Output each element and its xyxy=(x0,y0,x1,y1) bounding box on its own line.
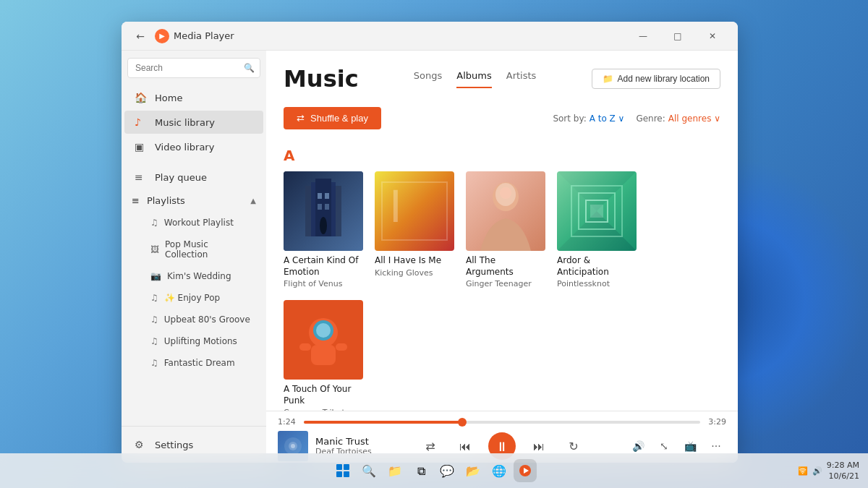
progress-track[interactable] xyxy=(304,421,700,424)
tab-artists[interactable]: Artists xyxy=(506,70,537,88)
svg-rect-47 xyxy=(336,464,342,470)
svg-rect-48 xyxy=(344,464,349,470)
enjoy-pop-icon: ♫ xyxy=(150,293,158,303)
uplifting-icon: ♫ xyxy=(150,336,158,346)
taskbar-chat-button[interactable]: 💬 xyxy=(435,459,459,482)
svg-rect-32 xyxy=(336,343,347,351)
close-button[interactable]: ✕ xyxy=(696,25,729,48)
taskbar-taskview-button[interactable]: ⧉ xyxy=(409,459,433,482)
content-header: Music Songs Albums Artists 📁 Add new lib… xyxy=(266,51,738,98)
album-ardor[interactable]: Ardor & Anticipation Pointlessknot xyxy=(557,171,637,288)
toolbar-row: ⇄ Shuffle & play Sort by: A to Z ∨ Genre… xyxy=(266,98,738,138)
time-total: 3:29 xyxy=(706,417,726,427)
playlists-header[interactable]: ≡ Playlists ▲ xyxy=(122,189,266,212)
add-library-icon: 📁 xyxy=(603,74,613,84)
svg-point-29 xyxy=(316,323,331,338)
album-art-touch-punk xyxy=(284,300,363,380)
svg-rect-25 xyxy=(590,205,603,218)
sidebar-item-music-library[interactable]: ♪ Music library xyxy=(124,111,263,134)
time-current: 1:24 xyxy=(278,417,298,427)
playlists-chevron: ▲ xyxy=(250,197,256,205)
sidebar-item-fantastic[interactable]: ♫ Fantastic Dream xyxy=(124,353,263,373)
album-all-i-have[interactable]: I All I Have Is Me Kicking Gloves xyxy=(375,171,454,288)
album-title-all-i-have: All I Have Is Me xyxy=(375,255,454,267)
shuffle-button[interactable]: ⇄ Shuffle & play xyxy=(284,107,381,129)
home-icon: 🏠 xyxy=(135,92,148,103)
sidebar-item-play-queue[interactable]: ≡ Play queue xyxy=(124,166,263,189)
taskbar-edge-button[interactable]: 🌐 xyxy=(488,459,511,482)
album-touch-punk[interactable]: A Touch Of Your Punk Compass Tribute xyxy=(284,300,363,411)
minimize-button[interactable]: — xyxy=(626,25,660,48)
search-input[interactable] xyxy=(127,58,260,78)
filter-row: Sort by: A to Z ∨ Genre: All genres ∨ xyxy=(553,114,720,124)
settings-label: Settings xyxy=(155,440,193,450)
album-art-all-i-have: I xyxy=(375,171,454,251)
taskbar-clock: 9:28 AM 10/6/21 xyxy=(827,460,859,482)
svg-rect-7 xyxy=(325,204,329,210)
now-playing-title: Manic Trust xyxy=(315,436,419,447)
section-a-grid: A Certain Kind Of Emotion Flight of Venu… xyxy=(284,171,720,411)
svg-rect-49 xyxy=(336,471,342,477)
taskbar-search-button[interactable]: 🔍 xyxy=(357,459,380,482)
app-body: 🔍 🏠 Home ♪ Music library ▣ Video library… xyxy=(122,51,738,463)
svg-point-46 xyxy=(291,444,295,448)
album-all-arguments[interactable]: All The Arguments Ginger Teenager xyxy=(466,171,545,288)
home-label: Home xyxy=(155,93,182,103)
sidebar-item-pop-music[interactable]: 🖼 Pop Music Collection xyxy=(124,234,263,265)
svg-rect-50 xyxy=(344,471,349,477)
music-library-label: Music library xyxy=(155,117,215,128)
app-icon: ▶ xyxy=(155,29,169,43)
uplifting-label: Uplifting Motions xyxy=(164,336,237,346)
progress-fill xyxy=(304,421,462,424)
album-artist-a-certain: Flight of Venus xyxy=(284,279,363,288)
upbeat-icon: ♫ xyxy=(150,314,158,325)
fantastic-label: Fantastic Dream xyxy=(164,358,235,368)
taskbar-date-display: 10/6/21 xyxy=(827,471,859,481)
settings-icon: ⚙ xyxy=(135,439,148,450)
app-title: Media Player xyxy=(174,30,626,41)
sidebar-item-upbeat[interactable]: ♫ Upbeat 80's Groove xyxy=(124,309,263,330)
sidebar-item-workout[interactable]: ♫ Workout Playlist xyxy=(124,213,263,233)
svg-rect-4 xyxy=(318,193,322,199)
sidebar-item-enjoy-pop[interactable]: ♫ ✨ Enjoy Pop xyxy=(124,288,263,308)
sidebar-item-video-library[interactable]: ▣ Video library xyxy=(124,135,263,158)
enjoy-pop-label: ✨ Enjoy Pop xyxy=(164,293,220,303)
video-library-label: Video library xyxy=(155,142,214,153)
add-library-button[interactable]: 📁 Add new library location xyxy=(592,69,720,89)
back-button[interactable]: ← xyxy=(130,26,150,46)
taskbar-explorer-button[interactable]: 📂 xyxy=(461,459,485,482)
upbeat-label: Upbeat 80's Groove xyxy=(164,314,250,325)
start-button[interactable] xyxy=(331,459,354,482)
taskbar-right: 🛜 🔊 9:28 AM 10/6/21 xyxy=(798,460,859,482)
svg-rect-6 xyxy=(318,204,322,210)
album-art-all-arguments xyxy=(466,171,545,251)
album-artist-all-i-have: Kicking Gloves xyxy=(375,268,454,278)
music-library-icon: ♪ xyxy=(135,116,148,128)
taskbar-volume-icon: 🔊 xyxy=(812,466,822,476)
playlists-icon: ≡ xyxy=(132,195,140,206)
album-title-touch-punk: A Touch Of Your Punk xyxy=(284,384,363,406)
taskbar-files-button[interactable]: 📁 xyxy=(383,459,407,482)
workout-label: Workout Playlist xyxy=(164,218,234,228)
maximize-button[interactable]: □ xyxy=(661,25,694,48)
sidebar: 🔍 🏠 Home ♪ Music library ▣ Video library… xyxy=(122,51,266,463)
wedding-icon: 📷 xyxy=(150,271,161,281)
sort-value: A to Z ∨ xyxy=(590,114,625,124)
svg-text:I: I xyxy=(389,181,402,232)
sidebar-item-wedding[interactable]: 📷 Kim's Wedding xyxy=(124,266,263,286)
sort-select[interactable]: Sort by: A to Z ∨ xyxy=(553,114,624,124)
workout-icon: ♫ xyxy=(150,218,158,228)
page-title: Music xyxy=(284,65,359,93)
search-box[interactable]: 🔍 xyxy=(127,58,260,78)
album-a-certain[interactable]: A Certain Kind Of Emotion Flight of Venu… xyxy=(284,171,363,288)
tab-songs[interactable]: Songs xyxy=(414,70,442,88)
shuffle-label: Shuffle & play xyxy=(310,113,368,124)
tab-albums[interactable]: Albums xyxy=(456,70,491,88)
progress-thumb[interactable] xyxy=(458,418,467,427)
taskbar-media-button[interactable] xyxy=(514,459,537,482)
genre-select[interactable]: Genre: All genres ∨ xyxy=(636,114,720,124)
sidebar-item-uplifting[interactable]: ♫ Uplifting Motions xyxy=(124,331,263,351)
pop-music-icon: 🖼 xyxy=(150,244,159,254)
svg-rect-30 xyxy=(311,345,336,365)
sidebar-item-home[interactable]: 🏠 Home xyxy=(124,86,263,109)
